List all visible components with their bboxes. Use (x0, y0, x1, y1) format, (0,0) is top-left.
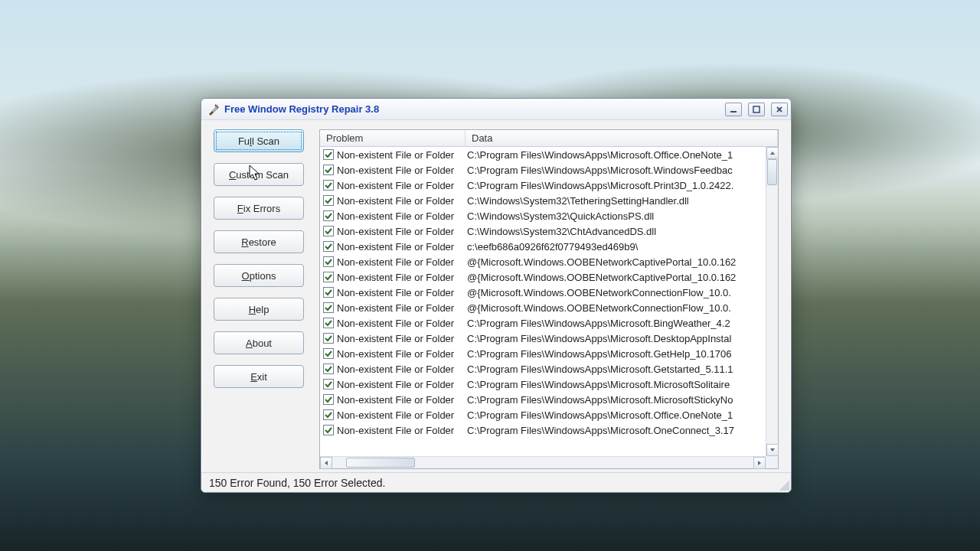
vertical-scrollbar[interactable] (766, 147, 778, 456)
table-row[interactable]: Non-existent File or Folderc:\eefb686a09… (320, 239, 778, 254)
row-checkbox[interactable] (323, 149, 334, 160)
cell-problem: Non-existent File or Folder (337, 318, 467, 329)
cell-data: C:\Program Files\WindowsApps\Microsoft.G… (467, 348, 778, 360)
table-row[interactable]: Non-existent File or FolderC:\Program Fi… (320, 162, 778, 178)
scroll-down-icon[interactable] (766, 444, 779, 456)
column-headers[interactable]: Problem Data (320, 130, 778, 147)
cell-data: C:\Windows\System32\TetheringSettingHand… (467, 195, 778, 207)
maximize-button[interactable] (748, 103, 765, 116)
table-row[interactable]: Non-existent File or FolderC:\Windows\Sy… (320, 223, 778, 239)
exit-button[interactable]: Exit (214, 365, 304, 388)
row-checkbox[interactable] (323, 241, 334, 252)
row-checkbox[interactable] (323, 348, 334, 359)
row-checkbox[interactable] (323, 333, 334, 344)
cell-problem: Non-existent File or Folder (337, 241, 467, 253)
about-button[interactable]: About (214, 331, 304, 354)
help-button[interactable]: Help (214, 298, 304, 321)
row-checkbox[interactable] (323, 226, 334, 236)
cell-problem: Non-existent File or Folder (337, 394, 467, 406)
table-row[interactable]: Non-existent File or FolderC:\Windows\Sy… (320, 193, 778, 208)
horizontal-scrollbar[interactable] (320, 456, 766, 468)
vertical-scroll-thumb[interactable] (767, 159, 777, 185)
table-row[interactable]: Non-existent File or Folder@{Microsoft.W… (320, 254, 778, 269)
row-checkbox[interactable] (323, 287, 334, 298)
cell-data: @{Microsoft.Windows.OOBENetworkConnectio… (467, 287, 778, 298)
cell-problem: Non-existent File or Folder (337, 425, 467, 436)
column-header-data[interactable]: Data (466, 130, 778, 146)
cell-problem: Non-existent File or Folder (337, 149, 467, 161)
row-checkbox[interactable] (323, 180, 334, 191)
cell-data: c:\eefb686a0926f62f0779493ed469b9\ (467, 241, 778, 253)
table-row[interactable]: Non-existent File or FolderC:\Program Fi… (320, 422, 778, 438)
cell-problem: Non-existent File or Folder (337, 333, 467, 344)
window-title: Free Window Registry Repair 3.8 (224, 103, 379, 115)
results-list[interactable]: Problem Data Non-existent File or Folder… (319, 129, 779, 469)
scroll-left-icon[interactable] (320, 457, 332, 469)
scroll-right-icon[interactable] (753, 457, 766, 469)
row-checkbox[interactable] (323, 364, 334, 374)
table-row[interactable]: Non-existent File or FolderC:\Windows\Sy… (320, 208, 778, 223)
status-bar: 150 Error Found, 150 Error Selected. (201, 472, 791, 492)
svg-point-0 (215, 105, 218, 108)
cell-problem: Non-existent File or Folder (337, 210, 467, 222)
row-checkbox[interactable] (323, 394, 334, 405)
table-row[interactable]: Non-existent File or FolderC:\Program Fi… (320, 361, 778, 377)
table-row[interactable]: Non-existent File or Folder@{Microsoft.W… (320, 269, 778, 285)
scroll-corner (766, 456, 778, 468)
cell-data: C:\Program Files\WindowsApps\Microsoft.O… (467, 149, 778, 161)
app-icon (207, 103, 220, 116)
cell-problem: Non-existent File or Folder (337, 195, 467, 207)
row-checkbox[interactable] (323, 272, 334, 282)
table-row[interactable]: Non-existent File or FolderC:\Program Fi… (320, 407, 778, 422)
row-checkbox[interactable] (323, 302, 334, 313)
full-scan-button[interactable]: Full Scan (214, 129, 304, 152)
cell-data: C:\Program Files\WindowsApps\Microsoft.O… (467, 409, 778, 421)
table-row[interactable]: Non-existent File or FolderC:\Program Fi… (320, 392, 778, 407)
cell-problem: Non-existent File or Folder (337, 272, 467, 283)
row-checkbox[interactable] (323, 318, 334, 328)
row-checkbox[interactable] (323, 379, 334, 390)
cell-data: C:\Program Files\WindowsApps\Microsoft.M… (467, 379, 778, 390)
cell-data: C:\Program Files\WindowsApps\Microsoft.W… (467, 165, 778, 176)
table-row[interactable]: Non-existent File or FolderC:\Program Fi… (320, 178, 778, 193)
horizontal-scroll-thumb[interactable] (346, 458, 415, 468)
cell-data: @{Microsoft.Windows.OOBENetworkCaptivePo… (467, 272, 778, 283)
table-row[interactable]: Non-existent File or FolderC:\Program Fi… (320, 346, 778, 361)
cell-problem: Non-existent File or Folder (337, 165, 467, 176)
cell-problem: Non-existent File or Folder (337, 256, 467, 268)
table-row[interactable]: Non-existent File or Folder@{Microsoft.W… (320, 300, 778, 315)
cell-data: C:\Program Files\WindowsApps\Microsoft.D… (467, 333, 778, 344)
cell-data: C:\Program Files\WindowsApps\Microsoft.O… (467, 425, 778, 436)
row-checkbox[interactable] (323, 409, 334, 420)
table-row[interactable]: Non-existent File or FolderC:\Program Fi… (320, 147, 778, 162)
cell-data: C:\Program Files\WindowsApps\Microsoft.B… (467, 318, 778, 329)
row-checkbox[interactable] (323, 425, 334, 435)
row-checkbox[interactable] (323, 256, 334, 267)
restore-button[interactable]: Restore (214, 230, 304, 253)
cell-problem: Non-existent File or Folder (337, 302, 467, 314)
options-button[interactable]: Options (214, 264, 304, 287)
svg-rect-2 (753, 106, 760, 112)
minimize-button[interactable] (725, 103, 742, 116)
close-button[interactable] (771, 103, 788, 116)
cell-data: C:\Program Files\WindowsApps\Microsoft.G… (467, 364, 778, 375)
column-header-problem[interactable]: Problem (320, 130, 466, 146)
cell-data: C:\Program Files\WindowsApps\Microsoft.P… (467, 180, 778, 191)
scroll-up-icon[interactable] (766, 147, 779, 159)
titlebar[interactable]: Free Window Registry Repair 3.8 (201, 99, 791, 120)
table-row[interactable]: Non-existent File or FolderC:\Program Fi… (320, 315, 778, 331)
table-row[interactable]: Non-existent File or FolderC:\Program Fi… (320, 377, 778, 392)
fix-errors-button[interactable]: Fix Errors (214, 197, 304, 220)
row-checkbox[interactable] (323, 195, 334, 206)
row-checkbox[interactable] (323, 165, 334, 175)
cell-problem: Non-existent File or Folder (337, 226, 467, 237)
table-row[interactable]: Non-existent File or Folder@{Microsoft.W… (320, 285, 778, 300)
cell-problem: Non-existent File or Folder (337, 287, 467, 298)
cell-data: C:\Windows\System32\QuickActionsPS.dll (467, 210, 778, 222)
sidebar: Full Scan Custom Scan Fix Errors Restore… (214, 129, 304, 469)
row-checkbox[interactable] (323, 210, 334, 221)
svg-rect-1 (730, 111, 737, 112)
resize-grip[interactable] (779, 480, 789, 491)
table-row[interactable]: Non-existent File or FolderC:\Program Fi… (320, 331, 778, 346)
custom-scan-button[interactable]: Custom Scan (214, 163, 304, 186)
